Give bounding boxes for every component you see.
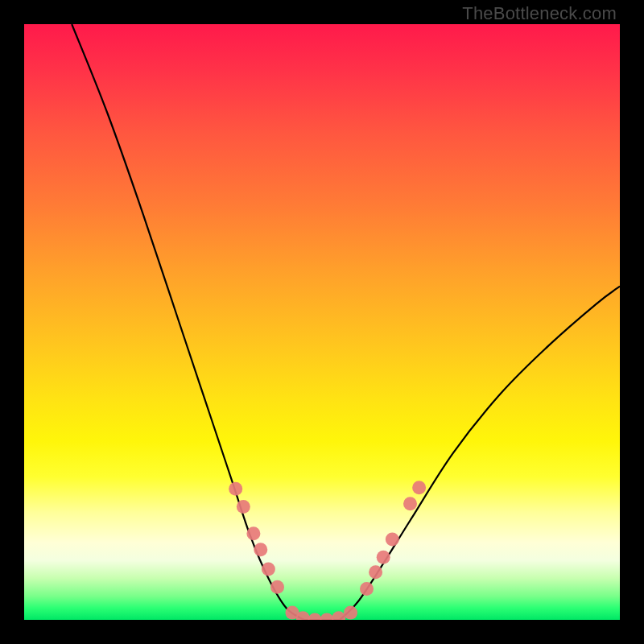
plot-area: [24, 24, 620, 620]
marker-right-0: [360, 582, 374, 596]
marker-left-0: [229, 482, 242, 496]
marker-trough-2: [308, 613, 322, 621]
chart-frame: TheBottleneck.com: [0, 0, 644, 644]
marker-left-2: [246, 526, 260, 540]
marker-right-2: [377, 551, 390, 564]
marker-left-4: [262, 563, 275, 576]
marker-right-1: [369, 565, 382, 579]
marker-trough-4: [332, 611, 345, 620]
marker-right-5: [412, 481, 426, 494]
marker-left-1: [237, 500, 250, 514]
chart-svg: [24, 24, 620, 620]
marker-right-3: [386, 533, 399, 547]
watermark-text: TheBottleneck.com: [462, 3, 617, 24]
curve-group: [72, 24, 620, 620]
marker-right-4: [403, 497, 417, 510]
marker-left-5: [270, 580, 284, 594]
left-curve-path: [72, 24, 304, 620]
marker-trough-3: [320, 613, 333, 621]
marker-group: [229, 481, 426, 620]
marker-trough-5: [344, 606, 357, 620]
marker-left-3: [254, 543, 267, 556]
